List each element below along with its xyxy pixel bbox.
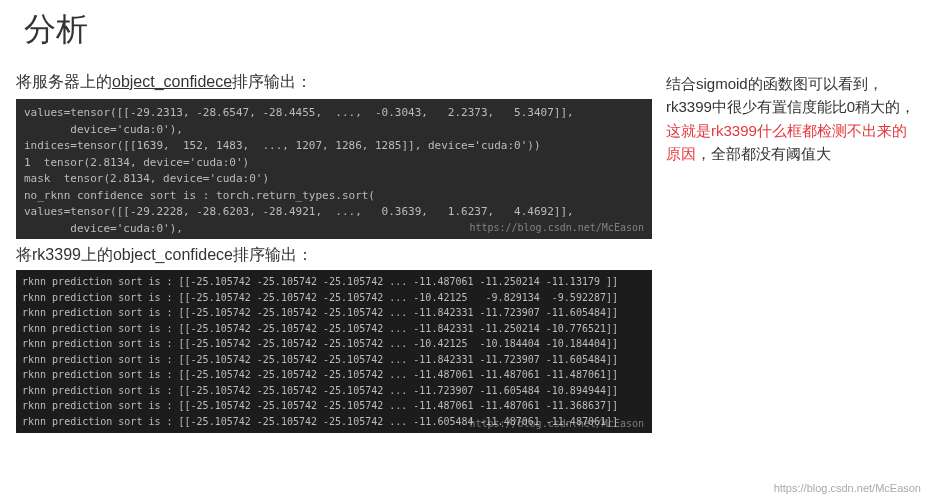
rk3399-code-text: rknn prediction sort is : [[-25.105742 -…: [22, 276, 618, 427]
section1-label: 将服务器上的object_confidece排序输出：: [16, 72, 652, 93]
watermark-rk3399: https://blog.csdn.net/McEason: [469, 416, 644, 432]
section1-underline: object_confidece: [112, 73, 232, 90]
right-column: 结合sigmoid的函数图可以看到，rk3399中很少有置信度能比0稍大的，这就…: [666, 72, 918, 433]
analysis-paragraph: 结合sigmoid的函数图可以看到，rk3399中很少有置信度能比0稍大的，这就…: [666, 72, 918, 165]
section1-pre: 将服务器上的: [16, 73, 112, 90]
left-column: 将服务器上的object_confidece排序输出： values=tenso…: [16, 72, 652, 433]
section1-post: 排序输出：: [232, 73, 312, 90]
page-watermark: https://blog.csdn.net/McEason: [774, 482, 921, 494]
watermark-server: https://blog.csdn.net/McEason: [469, 220, 644, 235]
page-title: 分析: [0, 0, 935, 52]
content-wrapper: 将服务器上的object_confidece排序输出： values=tenso…: [0, 52, 935, 433]
section2-post: 排序输出：: [233, 246, 313, 263]
section2-label: 将rk3399上的object_confidece排序输出：: [16, 245, 652, 266]
server-code-block: values=tensor([[-29.2313, -28.6547, -28.…: [16, 99, 652, 239]
analysis-p1: 结合sigmoid的函数图可以看到，rk3399中很少有置信度能比0稍大的，: [666, 75, 915, 115]
section2-underline: object_confidece: [113, 246, 233, 263]
section2-pre: 将rk3399上的: [16, 246, 113, 263]
rk3399-code-block: rknn prediction sort is : [[-25.105742 -…: [16, 270, 652, 433]
analysis-p2: ，全部都没有阈值大: [696, 145, 831, 162]
server-code-text: values=tensor([[-29.2313, -28.6547, -28.…: [24, 106, 574, 235]
